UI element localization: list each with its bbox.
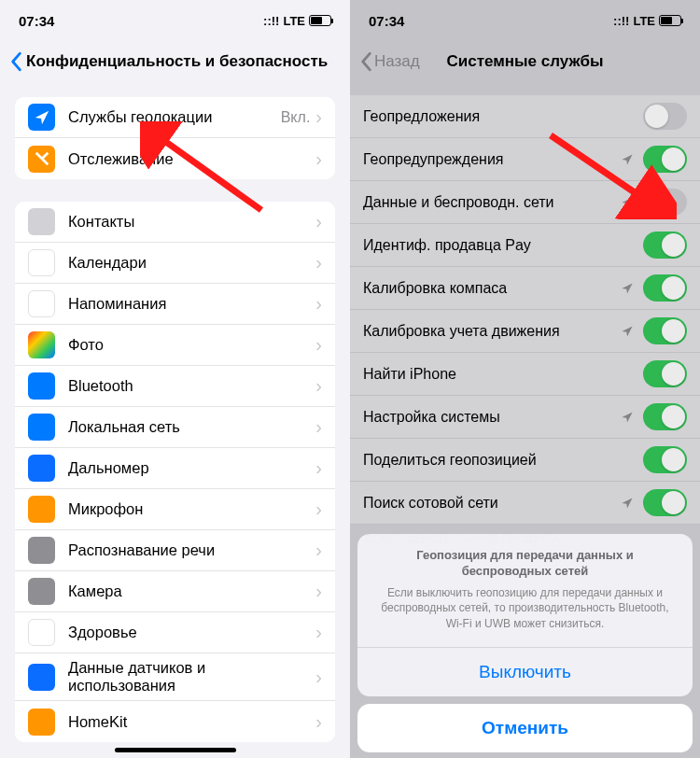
row-icon	[28, 104, 55, 131]
nav-bar: Конфиденциальность и безопасность	[0, 41, 350, 82]
settings-row[interactable]: Отслеживание ›	[15, 138, 335, 179]
row-label: Распознавание речи	[68, 541, 315, 559]
chevron-right-icon: ›	[315, 711, 322, 733]
chevron-right-icon: ›	[315, 622, 322, 643]
status-icons: ::!! LTE	[263, 14, 331, 28]
row-label: Службы геолокации	[68, 108, 281, 126]
chevron-right-icon: ›	[315, 540, 322, 561]
row-icon	[28, 664, 55, 691]
row-icon	[28, 537, 55, 564]
settings-row[interactable]: Локальная сеть ›	[15, 407, 335, 448]
row-label: Отслеживание	[68, 150, 315, 168]
row-icon	[28, 249, 55, 276]
row-label: Микрофон	[68, 500, 315, 518]
row-icon	[28, 619, 55, 646]
section-location: Службы геолокации Вкл. › Отслеживание ›	[15, 97, 335, 179]
chevron-right-icon: ›	[315, 375, 322, 397]
row-label: Фото	[68, 336, 315, 354]
chevron-right-icon: ›	[315, 457, 322, 479]
chevron-right-icon: ›	[315, 148, 322, 170]
section-apps: Контакты › Календари › Напоминания › Фот…	[15, 202, 335, 742]
row-label: Контакты	[68, 213, 315, 231]
chevron-right-icon: ›	[315, 252, 322, 274]
row-icon	[28, 496, 55, 523]
status-bar: 07:34 ::!! LTE	[0, 0, 350, 41]
settings-row[interactable]: Службы геолокации Вкл. ›	[15, 97, 335, 138]
row-label: Напоминания	[68, 295, 315, 313]
settings-row[interactable]: Данные датчиков и использования ›	[15, 653, 335, 701]
row-icon	[28, 372, 55, 400]
chevron-right-icon: ›	[315, 106, 322, 128]
battery-icon	[309, 15, 331, 26]
chevron-right-icon: ›	[315, 293, 322, 315]
settings-row[interactable]: Контакты ›	[15, 202, 335, 243]
chevron-right-icon: ›	[315, 667, 322, 688]
disable-button[interactable]: Выключить	[357, 648, 693, 696]
row-label: Дальномер	[68, 459, 315, 477]
home-indicator	[115, 748, 236, 752]
row-icon	[28, 146, 55, 173]
row-label: Календари	[68, 254, 315, 272]
settings-row[interactable]: Дальномер ›	[15, 448, 335, 489]
page-title: Конфиденциальность и безопасность	[26, 52, 328, 71]
row-label: Bluetooth	[68, 377, 315, 395]
settings-row[interactable]: Камера ›	[15, 571, 335, 612]
row-icon	[28, 331, 55, 358]
chevron-right-icon: ›	[315, 581, 322, 602]
row-icon	[28, 208, 55, 235]
settings-row[interactable]: Bluetooth ›	[15, 366, 335, 407]
back-button[interactable]	[7, 51, 24, 72]
status-time: 07:34	[19, 13, 54, 29]
settings-row[interactable]: Распознавание речи ›	[15, 530, 335, 571]
action-sheet: Геопозиция для передачи данных и беспров…	[357, 534, 693, 752]
alert-message: Если выключить геопозицию для передачи д…	[376, 585, 674, 632]
row-label: Локальная сеть	[68, 418, 315, 436]
settings-row[interactable]: Микрофон ›	[15, 489, 335, 530]
settings-row[interactable]: HomeKit ›	[15, 701, 335, 742]
row-icon	[28, 290, 55, 317]
chevron-right-icon: ›	[315, 334, 322, 356]
chevron-right-icon: ›	[315, 498, 322, 520]
row-icon	[28, 578, 55, 605]
chevron-right-icon: ›	[315, 211, 322, 232]
row-icon	[28, 455, 55, 482]
chevron-left-icon	[7, 51, 24, 72]
chevron-right-icon: ›	[315, 416, 322, 438]
cancel-button[interactable]: Отменить	[357, 704, 693, 752]
privacy-settings-screen: 07:34 ::!! LTE Конфиденциальность и безо…	[0, 0, 350, 758]
row-icon	[28, 414, 55, 441]
settings-row[interactable]: Напоминания ›	[15, 284, 335, 325]
alert-title: Геопозиция для передачи данных и беспров…	[376, 547, 674, 580]
row-value: Вкл.	[281, 109, 311, 126]
row-label: Камера	[68, 583, 315, 600]
row-label: Здоровье	[68, 624, 315, 641]
row-label: Данные датчиков и использования	[68, 659, 315, 695]
settings-row[interactable]: Фото ›	[15, 325, 335, 366]
system-services-screen: 07:34 ::!! LTE Назад Системные службы Ге…	[350, 0, 700, 758]
settings-row[interactable]: Календари ›	[15, 243, 335, 284]
settings-row[interactable]: Здоровье ›	[15, 612, 335, 653]
row-label: HomeKit	[68, 713, 315, 731]
row-icon	[28, 709, 55, 736]
